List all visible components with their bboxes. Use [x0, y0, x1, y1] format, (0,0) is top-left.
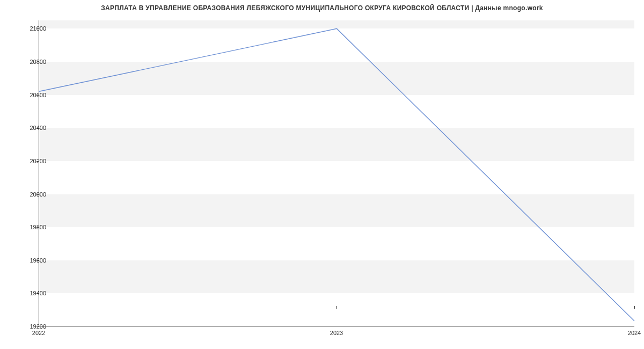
x-tick-label: 2022: [32, 330, 45, 336]
y-tick-label: 19600: [19, 257, 46, 264]
x-tick-label: 2023: [330, 330, 343, 336]
x-tick-label: 2024: [628, 330, 641, 336]
y-tick-label: 19200: [19, 323, 46, 330]
y-tick-label: 20000: [19, 191, 46, 198]
y-tick-label: 20600: [19, 92, 46, 98]
data-line: [39, 28, 634, 321]
plot-area: [39, 20, 634, 326]
x-tick-mark: [634, 306, 635, 309]
y-tick-label: 20200: [19, 158, 46, 164]
y-tick-label: 20800: [19, 59, 46, 65]
y-tick-label: 19800: [19, 224, 46, 230]
y-tick-label: 19400: [19, 290, 46, 296]
line-chart-svg: [39, 20, 634, 326]
y-tick-label: 21000: [19, 25, 46, 32]
y-tick-label: 20400: [19, 125, 46, 131]
chart-title: ЗАРПЛАТА В УПРАВЛЕНИЕ ОБРАЗОВАНИЯ ЛЕБЯЖС…: [0, 4, 644, 12]
x-tick-mark: [39, 306, 39, 309]
x-tick-mark: [336, 306, 337, 309]
